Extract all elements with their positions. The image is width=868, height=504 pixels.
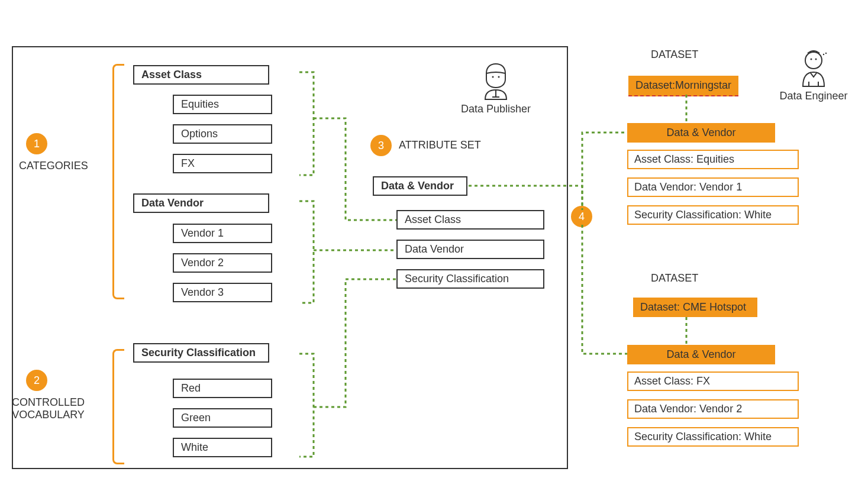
- section-number-1: 1: [26, 133, 47, 154]
- engineer-icon: [796, 47, 831, 88]
- section-number-4: 4: [571, 206, 592, 227]
- section-label-controlled: CONTROLLED VOCABULARY: [12, 396, 85, 421]
- dataset1-name: Dataset:Morningstar: [628, 76, 738, 96]
- dataset2-name: Dataset: CME Hotspot: [633, 298, 757, 317]
- attribute-set-header: Data & Vendor: [373, 176, 467, 196]
- dataset1-kv-security: Security Classification: White: [627, 205, 799, 225]
- svg-point-5: [825, 53, 827, 54]
- dataset1-group: Data & Vendor: [627, 123, 775, 143]
- dataset2-kv-vendor: Data Vendor: Vendor 2: [627, 399, 799, 419]
- persona-engineer-label: Data Engineer: [779, 90, 847, 102]
- section-label-attribute: ATTRIBUTE SET: [399, 139, 481, 151]
- category-item-equities: Equities: [173, 95, 272, 114]
- category-item-fx: FX: [173, 154, 272, 173]
- svg-point-0: [492, 76, 494, 78]
- attribute-item-data-vendor: Data Vendor: [396, 240, 544, 259]
- controlled-item-green: Green: [173, 408, 272, 428]
- attribute-item-asset-class: Asset Class: [396, 210, 544, 230]
- category-header-data-vendor: Data Vendor: [133, 193, 269, 213]
- dataset2-head: DATASET: [651, 272, 698, 285]
- category-item-vendor1: Vendor 1: [173, 224, 272, 243]
- dataset2-kv-asset: Asset Class: FX: [627, 371, 799, 391]
- svg-point-1: [498, 76, 500, 78]
- person-icon: [478, 60, 514, 101]
- section-number-3: 3: [370, 135, 392, 156]
- persona-publisher-label: Data Publisher: [461, 103, 531, 115]
- section-label-categories: CATEGORIES: [19, 160, 88, 172]
- category-item-vendor2: Vendor 2: [173, 253, 272, 273]
- persona-data-engineer: Data Engineer: [772, 47, 855, 102]
- svg-point-7: [815, 59, 817, 60]
- category-item-vendor3: Vendor 3: [173, 283, 272, 302]
- dataset2-group: Data & Vendor: [627, 345, 775, 364]
- controlled-item-white: White: [173, 438, 272, 457]
- dataset1-kv-asset: Asset Class: Equities: [627, 150, 799, 169]
- dataset1-head: DATASET: [651, 49, 698, 61]
- category-header-asset-class: Asset Class: [133, 65, 269, 85]
- dataset2-kv-security: Security Classification: White: [627, 427, 799, 447]
- attribute-item-security: Security Classification: [396, 269, 544, 289]
- svg-point-6: [811, 59, 812, 60]
- brace-controlled: [112, 349, 124, 464]
- svg-point-4: [823, 54, 824, 55]
- brace-categories: [112, 64, 124, 299]
- persona-data-publisher: Data Publisher: [454, 60, 537, 115]
- section-number-2: 2: [26, 370, 47, 391]
- controlled-item-red: Red: [173, 379, 272, 398]
- dataset1-kv-vendor: Data Vendor: Vendor 1: [627, 177, 799, 197]
- category-item-options: Options: [173, 124, 272, 144]
- controlled-header-security: Security Classification: [133, 343, 269, 363]
